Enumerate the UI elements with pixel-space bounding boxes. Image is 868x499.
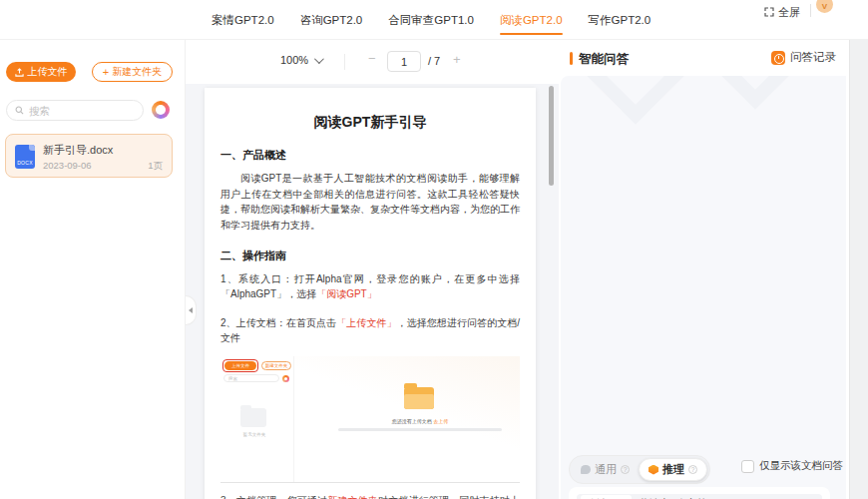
pdf-viewer-panel: 100% − / 7 + 阅读GPT新手引导 一、产品概述 阅读GPT是一款基于… bbox=[186, 40, 559, 499]
window-scroll-gutter bbox=[849, 15, 868, 499]
figure-upload-button: 上传文件 bbox=[224, 361, 256, 370]
doc-embedded-screenshot: 上传文件 新建文件夹 搜索 暂无文件夹 您还没有上传文档 去上传 bbox=[220, 356, 520, 483]
doc-section1-body: 阅读GPT是一款基于人工智能技术的文档阅读助手，能够理解用户上传在文档中全部相关… bbox=[220, 171, 520, 233]
loading-ring-icon bbox=[152, 101, 170, 119]
upload-file-label: 上传文件 bbox=[28, 65, 68, 79]
qa-header: 智能问答 问答记录 bbox=[561, 40, 846, 76]
doc-section1-heading: 一、产品概述 bbox=[220, 148, 520, 163]
docx-file-icon: DOCX bbox=[15, 145, 35, 169]
doc-only-toggle[interactable]: 仅显示该文档问答 bbox=[741, 459, 843, 473]
new-folder-button[interactable]: + 新建文件夹 bbox=[92, 62, 173, 82]
upload-icon bbox=[15, 68, 24, 77]
history-clock-icon bbox=[771, 51, 785, 65]
help-icon[interactable]: ? bbox=[688, 465, 697, 474]
qa-panel: 智能问答 问答记录 通用 ? 推理 ? bbox=[561, 40, 846, 499]
app-window: 案情GPT2.0 咨询GPT2.0 合同审查GPT1.0 阅读GPT2.0 写作… bbox=[0, 0, 868, 499]
tab-bar: 案情GPT2.0 咨询GPT2.0 合同审查GPT1.0 阅读GPT2.0 写作… bbox=[212, 0, 651, 40]
background-chevron-decor bbox=[572, 76, 698, 125]
tab-writing-gpt[interactable]: 写作GPT2.0 bbox=[589, 0, 651, 40]
fullscreen-icon bbox=[764, 7, 774, 17]
docx-type-label: DOCX bbox=[15, 160, 35, 166]
page-next-button[interactable]: + bbox=[453, 52, 461, 67]
figure-caption: 您还没有上传文档 去上传 bbox=[310, 418, 520, 424]
mode-general-label: 通用 bbox=[595, 462, 617, 477]
pdf-scroll-area[interactable]: 阅读GPT新手引导 一、产品概述 阅读GPT是一款基于人工智能技术的文档阅读助手… bbox=[186, 84, 559, 499]
doc-step1-link: 「阅读GPT」 bbox=[316, 288, 377, 299]
page-prev-button[interactable]: − bbox=[368, 51, 376, 66]
pdf-scrollbar-thumb[interactable] bbox=[549, 86, 554, 186]
mode-reasoning-button[interactable]: 推理 ? bbox=[639, 458, 707, 481]
chevron-left-icon bbox=[189, 307, 193, 313]
file-page-count: 1页 bbox=[148, 160, 163, 173]
figure-new-folder-button: 新建文件夹 bbox=[261, 361, 291, 370]
question-input-card: 消耗 1 次 共选中1个文档 bbox=[569, 487, 830, 499]
doc-step-2: 2、上传文档：在首页点击「上传文件」，选择您想进行问答的文档/文件 bbox=[220, 315, 520, 345]
top-header: 案情GPT2.0 咨询GPT2.0 合同审查GPT1.0 阅读GPT2.0 写作… bbox=[0, 0, 868, 40]
doc-step-3: 3、文档管理：您可通过新建文件夹对文档进行管理，同时支持对上传成功的文件进行增删… bbox=[220, 493, 520, 499]
doc-title: 阅读GPT新手引导 bbox=[220, 114, 520, 132]
avatar[interactable]: V bbox=[816, 0, 833, 13]
figure-caption-link: 去上传 bbox=[433, 418, 448, 424]
chat-bubble-icon bbox=[581, 465, 591, 474]
qa-history-label: 问答记录 bbox=[790, 50, 836, 65]
tab-consult-gpt[interactable]: 咨询GPT2.0 bbox=[300, 0, 363, 40]
doc-only-label: 仅显示该文档问答 bbox=[759, 459, 843, 473]
figure-folder-icon bbox=[404, 387, 434, 409]
search-icon bbox=[15, 106, 24, 115]
figure-subcaption-line bbox=[338, 428, 502, 431]
consume-badge: 消耗 1 次 bbox=[581, 495, 632, 499]
figure-empty-folder-icon bbox=[240, 408, 266, 427]
figure-empty-folder-label: 暂无文件夹 bbox=[228, 432, 280, 437]
plus-icon: + bbox=[103, 67, 109, 78]
doc-section2-heading: 二、操作指南 bbox=[220, 249, 520, 263]
fullscreen-button[interactable]: 全屏 bbox=[764, 0, 800, 24]
help-icon[interactable]: ? bbox=[621, 465, 630, 474]
page-number-input[interactable] bbox=[387, 51, 421, 72]
file-card[interactable]: DOCX 新手引导.docx 2023-09-06 1页 bbox=[5, 134, 173, 178]
search-box bbox=[6, 100, 144, 121]
doc-step-1: 1、系统入口：打开Alpha官网，登录您的账户，在更多中选择「AlphaGPT」… bbox=[220, 271, 520, 301]
qa-title: 智能问答 bbox=[579, 51, 629, 68]
mode-reasoning-label: 推理 bbox=[662, 462, 684, 477]
mode-toggle: 通用 ? 推理 ? bbox=[569, 455, 710, 484]
new-folder-label: 新建文件夹 bbox=[112, 65, 162, 79]
fullscreen-label: 全屏 bbox=[778, 5, 800, 20]
figure-highlight-box: 上传文件 bbox=[222, 359, 258, 372]
tab-contract-review-gpt[interactable]: 合同审查GPT1.0 bbox=[388, 0, 474, 40]
qa-history-button[interactable]: 问答记录 bbox=[771, 50, 836, 65]
file-date: 2023-09-06 bbox=[43, 160, 92, 171]
mode-general-button[interactable]: 通用 ? bbox=[572, 459, 639, 480]
page-total-label: / 7 bbox=[428, 55, 440, 67]
header-divider bbox=[810, 4, 811, 17]
tab-reading-gpt[interactable]: 阅读GPT2.0 bbox=[500, 0, 563, 40]
figure-search-box: 搜索 bbox=[223, 374, 279, 382]
sidebar: 上传文件 + 新建文件夹 DOCX 新手引导.docx 2023-09-06 1… bbox=[0, 40, 186, 499]
toolbar-divider bbox=[344, 54, 345, 70]
consume-strip: 消耗 1 次 共选中1个文档 bbox=[577, 494, 822, 499]
background-chevron-decor bbox=[691, 76, 818, 110]
pdf-page: 阅读GPT新手引导 一、产品概述 阅读GPT是一款基于人工智能技术的文档阅读助手… bbox=[205, 88, 536, 499]
pdf-toolbar: 100% − / 7 + bbox=[186, 40, 559, 84]
doc-step3-text: 3、文档管理：您可通过 bbox=[220, 495, 327, 499]
doc-step2-text: 2、上传文档：在首页点击 bbox=[220, 317, 336, 328]
doc-step2-link: 「上传文件」 bbox=[336, 317, 396, 328]
figure-loading-ring-icon bbox=[282, 375, 289, 382]
figure-caption-text: 您还没有上传文档 bbox=[392, 418, 433, 424]
zoom-select[interactable]: 100% bbox=[280, 54, 321, 66]
gem-icon bbox=[649, 465, 658, 475]
search-input[interactable] bbox=[29, 105, 129, 117]
accent-bar bbox=[570, 52, 573, 65]
upload-file-button[interactable]: 上传文件 bbox=[6, 62, 76, 82]
qa-body: 通用 ? 推理 ? 仅显示该文档问答 消耗 1 次 共选中1个文档 bbox=[561, 76, 846, 499]
chevron-down-icon bbox=[314, 54, 324, 64]
doc-only-checkbox[interactable] bbox=[741, 460, 754, 473]
doc-step3-link1: 新建文件夹 bbox=[327, 495, 378, 499]
zoom-value: 100% bbox=[280, 54, 308, 66]
file-name: 新手引导.docx bbox=[43, 143, 113, 158]
tab-case-gpt[interactable]: 案情GPT2.0 bbox=[212, 0, 274, 40]
